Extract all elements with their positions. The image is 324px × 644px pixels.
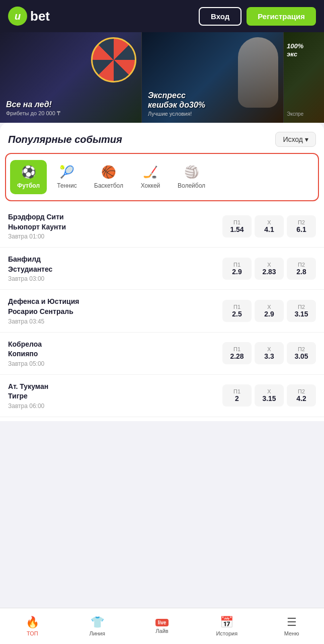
odd-label: П2 bbox=[298, 346, 305, 352]
odd-value: 1.54 bbox=[230, 225, 244, 233]
odd-button[interactable]: П2 2.8 bbox=[287, 258, 316, 280]
match-time: Завтра 05:00 bbox=[8, 360, 218, 367]
top-nav-label: ТОП bbox=[27, 630, 38, 636]
odd-label: П2 bbox=[298, 219, 305, 225]
odd-button[interactable]: Х 3.15 bbox=[255, 384, 284, 407]
banner-cashback[interactable]: Экспресскешбэк до30% Лучшие условия! bbox=[142, 32, 284, 123]
history-icon: 📅 bbox=[220, 616, 233, 629]
match-odds: П1 2.9 Х 2.83 П2 2.8 bbox=[222, 258, 316, 280]
wheel-image bbox=[91, 37, 136, 83]
match-row: Брэдфорд СитиНьюпорт Каунти Завтра 01:00… bbox=[0, 205, 324, 248]
odd-button[interactable]: П2 3.15 bbox=[287, 300, 316, 322]
match-row: КобрелоаКопияпо Завтра 05:00 П1 2.28 Х 3… bbox=[0, 333, 324, 375]
live-nav-label: Лайв bbox=[155, 628, 168, 634]
odd-label: П1 bbox=[233, 388, 240, 394]
odd-value: 3.05 bbox=[294, 352, 308, 360]
odd-label: П2 bbox=[298, 304, 305, 310]
outcome-filter-button[interactable]: Исход ▾ bbox=[275, 132, 316, 147]
odd-button[interactable]: П2 3.05 bbox=[287, 342, 316, 364]
header: u bet Вход Регистрация bbox=[0, 0, 324, 32]
main-content: Популярные события Исход ▾ ⚽ Футбол 🎾 Те… bbox=[0, 123, 324, 461]
nav-item-live[interactable]: live Лайв bbox=[130, 608, 195, 644]
popular-header: Популярные события Исход ▾ bbox=[0, 123, 324, 153]
top-icon: 🔥 bbox=[26, 616, 39, 629]
odd-button[interactable]: П1 2.9 bbox=[222, 258, 252, 280]
odd-button[interactable]: П1 1.54 bbox=[222, 215, 252, 237]
match-info: Ат. ТукуманТигре Завтра 06:00 bbox=[8, 382, 218, 410]
odd-button[interactable]: Х 4.1 bbox=[255, 215, 284, 237]
odd-label: П1 bbox=[233, 219, 240, 225]
odd-button[interactable]: П1 2.5 bbox=[222, 300, 252, 322]
sport-tab-hockey[interactable]: 🏒 Хоккей bbox=[132, 160, 169, 194]
sport-tab-football[interactable]: ⚽ Футбол bbox=[10, 160, 47, 194]
logo-icon: u bbox=[8, 7, 27, 26]
odd-value: 6.1 bbox=[296, 225, 306, 233]
odd-value: 4.2 bbox=[296, 394, 306, 403]
popular-title: Популярные события bbox=[8, 134, 122, 145]
odd-button[interactable]: Х 2.9 bbox=[255, 300, 284, 322]
odd-button[interactable]: П2 6.1 bbox=[287, 215, 316, 237]
odd-label: Х bbox=[267, 346, 271, 352]
odd-value: 2 bbox=[235, 394, 239, 403]
login-button[interactable]: Вход bbox=[199, 7, 241, 26]
odd-value: 2.28 bbox=[230, 352, 244, 360]
banner-2-title: Экспресскешбэк до30% bbox=[148, 91, 205, 110]
match-odds: П1 2 Х 3.15 П2 4.2 bbox=[222, 384, 316, 407]
hockey-icon: 🏒 bbox=[143, 165, 158, 179]
match-info: Дефенса и ЮстицияРосарио Сентраль Завтра… bbox=[8, 297, 218, 325]
odd-label: П1 bbox=[233, 262, 240, 268]
register-button[interactable]: Регистрация bbox=[247, 7, 316, 26]
odd-button[interactable]: Х 3.3 bbox=[255, 342, 284, 364]
nav-item-menu[interactable]: ☰ Меню bbox=[259, 608, 324, 644]
match-row: Ат. ТукуманТигре Завтра 06:00 П1 2 Х 3.1… bbox=[0, 375, 324, 417]
odd-value: 2.9 bbox=[232, 268, 241, 276]
odd-label: Х bbox=[267, 388, 271, 394]
odd-value: 3.15 bbox=[262, 394, 276, 403]
odd-value: 2.8 bbox=[296, 268, 306, 276]
popular-section: Популярные события Исход ▾ ⚽ Футбол 🎾 Те… bbox=[0, 123, 324, 421]
odd-value: 3.15 bbox=[294, 310, 308, 318]
match-teams: Ат. ТукуманТигре bbox=[8, 382, 218, 401]
odd-label: Х bbox=[267, 304, 271, 310]
odd-label: Х bbox=[267, 262, 271, 268]
match-odds: П1 1.54 Х 4.1 П2 6.1 bbox=[222, 215, 316, 237]
sport-tab-tennis[interactable]: 🎾 Теннис bbox=[49, 160, 85, 194]
odd-button[interactable]: Х 2.83 bbox=[255, 258, 284, 280]
match-teams: Брэдфорд СитиНьюпорт Каунти bbox=[8, 212, 218, 232]
match-info: КобрелоаКопияпо Завтра 05:00 bbox=[8, 340, 218, 367]
odd-button[interactable]: П2 4.2 bbox=[287, 384, 316, 407]
nav-item-line[interactable]: 👕 Линия bbox=[65, 608, 130, 644]
match-time: Завтра 03:45 bbox=[8, 318, 218, 325]
logo: u bet bbox=[8, 7, 50, 26]
sport-tabs: ⚽ Футбол 🎾 Теннис 🏀 Баскетбол 🏒 Хоккей 🏐… bbox=[5, 153, 319, 201]
line-icon: 👕 bbox=[91, 616, 104, 629]
banner-ice[interactable]: Все на лед! Фрибеты до 20 000 ₸ bbox=[0, 32, 142, 123]
sport-tab-basketball[interactable]: 🏀 Баскетбол bbox=[87, 160, 130, 194]
odd-label: П2 bbox=[298, 262, 305, 268]
banner-2-sub: Лучшие условия! bbox=[148, 111, 205, 117]
history-nav-label: История bbox=[216, 630, 237, 636]
volleyball-icon: 🏐 bbox=[184, 165, 199, 179]
sport-tab-volleyball[interactable]: 🏐 Волейбол bbox=[171, 160, 212, 194]
live-icon: live bbox=[155, 619, 169, 626]
football-label: Футбол bbox=[17, 182, 40, 189]
odd-value: 2.83 bbox=[262, 268, 276, 276]
banner-express[interactable]: 100%экс Экспре bbox=[284, 32, 324, 123]
tennis-icon: 🎾 bbox=[59, 165, 74, 179]
match-odds: П1 2.28 Х 3.3 П2 3.05 bbox=[222, 342, 316, 364]
hockey-label: Хоккей bbox=[141, 182, 160, 189]
tennis-player-image bbox=[238, 37, 278, 108]
nav-item-top[interactable]: 🔥 ТОП bbox=[0, 608, 65, 644]
odd-button[interactable]: П1 2 bbox=[222, 384, 252, 407]
match-teams: Дефенса и ЮстицияРосарио Сентраль bbox=[8, 297, 218, 316]
basketball-label: Баскетбол bbox=[94, 182, 123, 189]
match-time: Завтра 06:00 bbox=[8, 403, 218, 410]
banner-1-title: Все на лед! bbox=[6, 100, 60, 109]
match-teams: БанфилдЭстудиантес bbox=[8, 255, 218, 274]
match-teams: КобрелоаКопияпо bbox=[8, 340, 218, 359]
odd-button[interactable]: П1 2.28 bbox=[222, 342, 252, 364]
nav-item-history[interactable]: 📅 История bbox=[194, 608, 259, 644]
odd-value: 2.5 bbox=[232, 310, 241, 318]
match-time: Завтра 01:00 bbox=[8, 233, 218, 240]
match-row: БанфилдЭстудиантес Завтра 03:00 П1 2.9 Х… bbox=[0, 248, 324, 290]
